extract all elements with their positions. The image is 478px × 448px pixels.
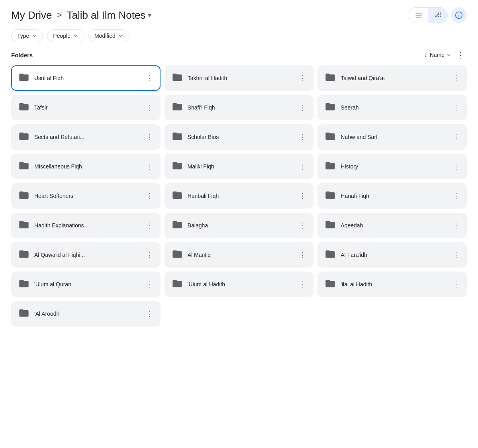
folder-name: Seerah (341, 104, 446, 111)
section-header: Folders ↓ Name ⋮ (0, 45, 478, 64)
folder-card[interactable]: Al Qawa'id al Fiqhi... ⋮ (11, 242, 161, 268)
folder-icon (18, 131, 29, 143)
folder-more-button[interactable]: ⋮ (145, 191, 155, 201)
folder-icon (18, 278, 29, 291)
folder-name: Hadith Explanations (34, 222, 140, 229)
folder-more-button[interactable]: ⋮ (145, 73, 155, 83)
folder-icon (325, 101, 336, 114)
folder-more-button[interactable]: ⋮ (298, 73, 308, 83)
folder-card[interactable]: Shafi'i Fiqh ⋮ (165, 95, 314, 120)
folder-name: Hanafi Fiqh (341, 193, 446, 199)
folder-card[interactable]: Balagha ⋮ (165, 213, 314, 238)
folder-card[interactable]: Maliki Fiqh ⋮ (165, 154, 314, 179)
folder-name: Takhrij al Hadith (188, 75, 293, 81)
filters-bar: Type People Modified (0, 28, 478, 45)
folder-icon (325, 160, 336, 173)
folder-card[interactable]: Tafsir ⋮ (11, 95, 161, 120)
folder-more-button[interactable]: ⋮ (298, 220, 308, 231)
folder-more-button[interactable]: ⋮ (451, 220, 461, 231)
folders-grid: Usul al Fiqh ⋮ Takhrij al Hadith ⋮ Tajwi… (0, 64, 478, 335)
modified-filter-button[interactable]: Modified (88, 29, 129, 42)
folder-card[interactable]: 'ilal al Hadith ⋮ (317, 272, 467, 297)
folder-more-button[interactable]: ⋮ (298, 102, 308, 113)
folder-more-button[interactable]: ⋮ (145, 161, 155, 172)
folder-card[interactable]: 'Ulum al Hadith ⋮ (165, 272, 314, 297)
folder-icon (172, 160, 183, 173)
folder-card[interactable]: Al Mantiq ⋮ (165, 242, 314, 268)
breadcrumb: My Drive > Talib al Ilm Notes ▾ (11, 9, 151, 22)
folder-icon (172, 72, 183, 84)
folder-more-button[interactable]: ⋮ (451, 132, 461, 142)
folder-more-button[interactable]: ⋮ (451, 161, 461, 172)
folder-more-button[interactable]: ⋮ (145, 309, 155, 319)
people-filter-button[interactable]: People (47, 29, 84, 42)
folder-icon (325, 72, 336, 84)
folder-card[interactable]: Seerah ⋮ (317, 95, 467, 120)
info-button[interactable] (451, 7, 467, 23)
folder-card[interactable]: History ⋮ (317, 154, 467, 179)
folder-name: Hanbali Fiqh (188, 193, 293, 199)
folder-card[interactable]: Hanbali Fiqh ⋮ (165, 183, 314, 209)
folder-icon (18, 307, 29, 320)
folder-card[interactable]: Nahw and Sarf ⋮ (317, 124, 467, 150)
svg-rect-7 (438, 16, 439, 17)
folder-more-button[interactable]: ⋮ (145, 279, 155, 290)
folder-name: Heart Softeners (34, 193, 140, 199)
folder-name: Miscellaneous Fiqh (34, 163, 140, 170)
folder-card[interactable]: Heart Softeners ⋮ (11, 183, 161, 209)
folder-name: 'Ulum al Hadith (188, 281, 293, 288)
folder-card[interactable]: Aqeedah ⋮ (317, 213, 467, 238)
folder-more-button[interactable]: ⋮ (298, 250, 308, 260)
folder-card[interactable]: Takhrij al Hadith ⋮ (165, 65, 314, 91)
folder-card[interactable]: Sects and Refutati... ⋮ (11, 124, 161, 150)
folder-icon (325, 190, 336, 202)
folder-more-button[interactable]: ⋮ (145, 132, 155, 142)
section-more-button[interactable]: ⋮ (454, 49, 467, 61)
folder-card[interactable]: Usul al Fiqh ⋮ (11, 65, 161, 91)
folder-card[interactable]: Miscellaneous Fiqh ⋮ (11, 154, 161, 179)
folder-icon (172, 219, 183, 232)
folder-more-button[interactable]: ⋮ (298, 161, 308, 172)
folder-name: Al Mantiq (188, 252, 293, 258)
folder-more-button[interactable]: ⋮ (298, 132, 308, 142)
folder-more-button[interactable]: ⋮ (451, 73, 461, 83)
folder-name: Nahw and Sarf (341, 134, 446, 140)
folder-icon (18, 160, 29, 173)
folder-more-button[interactable]: ⋮ (298, 279, 308, 290)
folder-more-button[interactable]: ⋮ (145, 250, 155, 260)
folder-name: Al Qawa'id al Fiqhi... (34, 252, 140, 258)
folder-more-button[interactable]: ⋮ (298, 191, 308, 201)
folder-name: History (341, 163, 446, 170)
folder-name: 'Ulum al Quran (34, 281, 140, 288)
section-title: Folders (11, 52, 33, 59)
folder-card[interactable]: Tajwid and Qira'at ⋮ (317, 65, 467, 91)
grid-view-button[interactable] (428, 8, 447, 23)
folder-card[interactable]: Al Fara'idh ⋮ (317, 242, 467, 268)
list-view-button[interactable] (409, 8, 428, 23)
folder-more-button[interactable]: ⋮ (451, 102, 461, 113)
sort-button[interactable]: Name (430, 52, 452, 58)
folder-more-button[interactable]: ⋮ (451, 279, 461, 290)
folder-name: Tafsir (34, 104, 140, 111)
folder-card[interactable]: 'Ulum al Quran ⋮ (11, 272, 161, 297)
folder-more-button[interactable]: ⋮ (145, 102, 155, 113)
folder-icon (325, 278, 336, 291)
folder-more-button[interactable]: ⋮ (451, 191, 461, 201)
folder-card[interactable]: Scholar Bios ⋮ (165, 124, 314, 150)
folder-icon (172, 278, 183, 291)
folder-card[interactable]: Hadith Explanations ⋮ (11, 213, 161, 238)
type-filter-button[interactable]: Type (11, 29, 43, 42)
sort-direction-icon: ↓ (424, 51, 427, 59)
breadcrumb-current[interactable]: Talib al Ilm Notes ▾ (67, 9, 151, 22)
folder-card[interactable]: 'Al Aroodh ⋮ (11, 301, 161, 327)
folder-icon (172, 101, 183, 114)
breadcrumb-dropdown-arrow: ▾ (148, 11, 151, 20)
folder-icon (18, 72, 29, 84)
svg-rect-6 (440, 14, 441, 16)
breadcrumb-home[interactable]: My Drive (11, 9, 52, 22)
folder-more-button[interactable]: ⋮ (145, 220, 155, 231)
folder-name: Balagha (188, 222, 293, 229)
folder-more-button[interactable]: ⋮ (451, 250, 461, 260)
folder-icon (172, 190, 183, 202)
folder-card[interactable]: Hanafi Fiqh ⋮ (317, 183, 467, 209)
